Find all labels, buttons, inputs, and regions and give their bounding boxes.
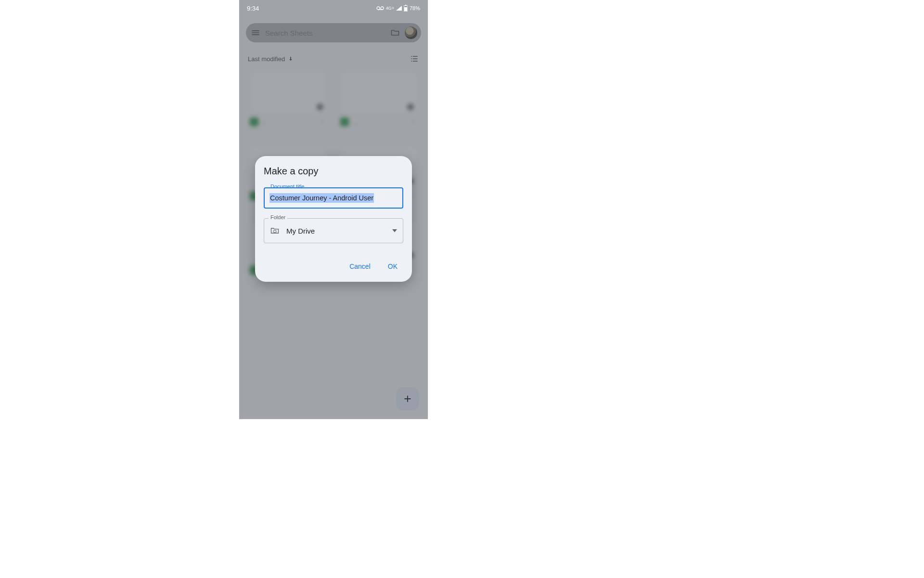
ok-button[interactable]: OK — [386, 260, 399, 273]
status-time: 9:34 — [247, 5, 259, 12]
drive-folder-icon — [270, 226, 280, 236]
folder-value: My Drive — [286, 227, 315, 235]
document-title-input[interactable] — [264, 187, 403, 209]
cancel-button[interactable]: Cancel — [347, 260, 372, 273]
network-label: 4G+ — [386, 6, 394, 11]
document-title-field: Document title Costumer Journey - Androi… — [264, 187, 403, 209]
make-a-copy-dialog: Make a copy Document title Costumer Jour… — [255, 156, 412, 282]
dropdown-arrow-icon — [392, 229, 397, 232]
status-bar: 9:34 4G+ 78% — [239, 0, 428, 16]
dialog-actions: Cancel OK — [264, 253, 403, 276]
voicemail-icon — [376, 6, 384, 11]
svg-rect-4 — [405, 5, 406, 6]
dialog-title: Make a copy — [264, 166, 403, 177]
svg-rect-6 — [273, 230, 276, 232]
folder-select[interactable]: My Drive — [264, 218, 403, 243]
signal-icon — [396, 6, 402, 11]
folder-label: Folder — [269, 214, 287, 220]
battery-label: 78% — [410, 5, 420, 11]
fab-new[interactable] — [396, 387, 419, 410]
svg-point-0 — [377, 7, 380, 10]
svg-point-1 — [381, 7, 384, 10]
svg-rect-5 — [404, 7, 407, 11]
phone-frame: 9:34 4G+ 78% Last modified …⋮ …⋮ …⋮ …⋮ …… — [239, 0, 428, 419]
folder-field: Folder My Drive — [264, 218, 403, 243]
plus-icon — [402, 394, 413, 404]
status-right: 4G+ 78% — [376, 5, 420, 12]
battery-icon — [404, 5, 408, 12]
